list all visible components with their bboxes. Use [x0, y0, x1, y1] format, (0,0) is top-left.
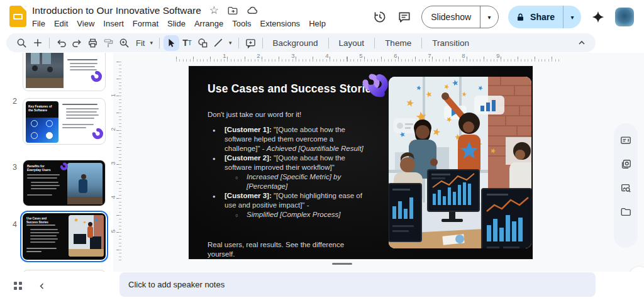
- share-button-group: Share ▾: [508, 6, 581, 28]
- slide-title[interactable]: Use Cases and Success Stories: [208, 82, 377, 96]
- menu-format[interactable]: Format: [128, 17, 163, 30]
- paint-format-button[interactable]: [101, 35, 116, 51]
- background-button[interactable]: Background: [267, 38, 325, 48]
- menu-edit[interactable]: Edit: [50, 17, 72, 30]
- share-button[interactable]: Share: [508, 6, 563, 28]
- slideshow-dropdown[interactable]: ▾: [480, 6, 498, 28]
- sub-bullet-customer-3: Simplified [Complex Process]: [208, 210, 367, 219]
- photos-icon[interactable]: [620, 158, 631, 170]
- ruler-mark: 5: [109, 230, 116, 233]
- menubar: File Edit View Insert Format Slide Arran…: [28, 17, 330, 30]
- text-box-tool[interactable]: TT: [179, 35, 195, 51]
- menu-insert[interactable]: Insert: [99, 17, 128, 30]
- move-folder-icon[interactable]: [227, 5, 238, 16]
- grid-view-icon[interactable]: [14, 282, 22, 290]
- thumbnail-left-panel: Key Features of the Software: [26, 101, 58, 143]
- slide-thumbnail-4-selected[interactable]: Use Cases and Success Stories: [20, 211, 108, 262]
- account-avatar[interactable]: [615, 8, 634, 26]
- folder-icon[interactable]: [620, 206, 631, 218]
- purple-shape: [89, 69, 103, 84]
- slide-canvas[interactable]: Use Cases and Success Stories Don't just…: [189, 66, 533, 259]
- transition-button[interactable]: Transition: [426, 38, 475, 48]
- canvas-area: 1 2 3 4 5 6 7 8 9 1 2 3 4 5 Use Cases an…: [113, 53, 644, 272]
- ruler-mark: 4: [109, 196, 116, 199]
- zoom-select[interactable]: Fit: [132, 38, 147, 48]
- ruler-mark: 1: [109, 94, 116, 97]
- menu-view[interactable]: View: [72, 17, 99, 30]
- slide-body-text[interactable]: [Customer 1]: "[Quote about how the soft…: [208, 125, 367, 219]
- collapse-filmstrip-icon[interactable]: [36, 280, 48, 292]
- menu-extensions[interactable]: Extensions: [256, 17, 305, 30]
- comments-icon[interactable]: [397, 9, 412, 25]
- document-title[interactable]: Introduction to Our Innovative Software: [32, 5, 201, 16]
- ruler-mark: 4: [325, 52, 328, 59]
- lock-icon: [516, 13, 525, 22]
- line-tool-caret[interactable]: ▾: [226, 40, 235, 46]
- menu-file[interactable]: File: [28, 17, 50, 30]
- slide-number-4: 4: [13, 220, 17, 229]
- purple-3d-shape[interactable]: [354, 66, 393, 106]
- bullet-customer-2: [Customer 2]: "[Quote about how the soft…: [208, 153, 367, 172]
- ruler-mark: 6: [394, 52, 397, 59]
- slide-thumbnail-2[interactable]: Key Features of the Software: [23, 98, 106, 145]
- star-icon[interactable]: ☆: [209, 5, 219, 16]
- collapse-toolbar-icon[interactable]: [574, 35, 589, 51]
- menu-arrange[interactable]: Arrange: [190, 17, 228, 30]
- toolbar-divider: [159, 38, 160, 48]
- insert-comment-button[interactable]: [243, 35, 258, 51]
- search-icon[interactable]: [14, 35, 30, 51]
- slide-outro-text[interactable]: Real users, real results. See the differ…: [208, 240, 365, 259]
- toolbar: Fit ▾ TT ▾ Background Layout Theme Trans…: [6, 33, 596, 52]
- contact-card-icon[interactable]: [620, 135, 631, 146]
- bullet-customer-1: [Customer 1]: "[Quote about how the soft…: [208, 125, 367, 153]
- canvas-scrollbar-thumb[interactable]: [332, 263, 352, 265]
- zoom-icon[interactable]: [116, 35, 132, 51]
- layout-button[interactable]: Layout: [333, 38, 371, 48]
- slide-intro-text[interactable]: Don't just take our word for it!: [208, 111, 301, 118]
- ruler-mark: 5: [359, 52, 362, 59]
- toolbar-divider: [421, 38, 422, 48]
- bullet-customer-3: [Customer 3]: "[Quote highlighting ease …: [208, 191, 367, 210]
- menu-slide[interactable]: Slide: [163, 17, 190, 30]
- thumbnail-image: [67, 163, 103, 204]
- share-dropdown[interactable]: ▾: [564, 6, 581, 28]
- toolbar-divider: [238, 38, 239, 48]
- shape-tool[interactable]: [195, 35, 211, 51]
- toolbar-divider: [328, 38, 329, 48]
- slide-thumbnail-3[interactable]: Benefits for Everyday Users: [23, 160, 106, 206]
- slide-filmstrip: 2 Key Features of the Software: [0, 53, 113, 272]
- sub-bullet-customer-2: Increased [Specific Metric] by [Percenta…: [208, 172, 367, 191]
- select-tool[interactable]: [164, 35, 179, 51]
- print-button[interactable]: [85, 35, 101, 51]
- image-search-icon[interactable]: [620, 182, 631, 194]
- slideshow-button[interactable]: Slideshow: [422, 6, 480, 28]
- speaker-notes-input[interactable]: Click to add speaker notes: [119, 272, 596, 297]
- theme-button[interactable]: Theme: [379, 38, 418, 48]
- version-history-icon[interactable]: [372, 9, 387, 25]
- purple-shape: [90, 126, 104, 141]
- google-slides-app: Introduction to Our Innovative Software …: [0, 0, 644, 305]
- ruler-mark: 8: [462, 52, 465, 59]
- ruler-mark: 9: [496, 52, 499, 59]
- slide-number-3: 3: [13, 163, 17, 172]
- horizontal-ruler: [176, 55, 561, 62]
- new-slide-button[interactable]: [30, 35, 45, 51]
- gemini-sparkle-icon[interactable]: [591, 9, 606, 25]
- undo-button[interactable]: [53, 35, 69, 51]
- ruler-mark: 3: [291, 52, 294, 59]
- menu-tools[interactable]: Tools: [228, 17, 255, 30]
- menu-help[interactable]: Help: [304, 17, 330, 30]
- ruler-mark: 1: [223, 52, 226, 59]
- redo-button[interactable]: [69, 35, 85, 51]
- zoom-caret[interactable]: ▾: [147, 40, 155, 46]
- slides-logo[interactable]: [9, 6, 26, 27]
- header: Introduction to Our Innovative Software …: [0, 0, 644, 33]
- purple-shape: [58, 162, 69, 172]
- line-tool[interactable]: [211, 35, 226, 51]
- slide-photo-team-celebration[interactable]: [389, 77, 531, 248]
- thumbnail-image: [69, 215, 104, 257]
- slide-thumbnail-1[interactable]: [23, 53, 106, 91]
- cloud-saved-icon[interactable]: [247, 4, 258, 16]
- speaker-notes-placeholder: Click to add speaker notes: [128, 280, 225, 289]
- logo-fold-cover: [21, 6, 26, 11]
